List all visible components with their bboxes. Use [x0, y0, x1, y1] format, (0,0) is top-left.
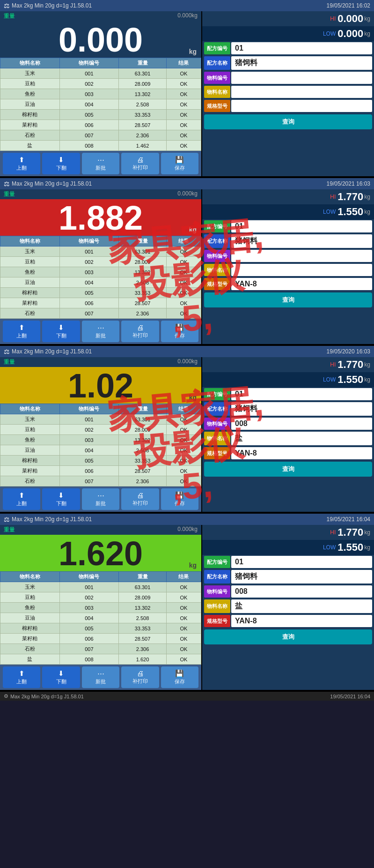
table-cell: 13.302 [119, 435, 167, 445]
btn-保存[interactable]: 💾保存 [161, 488, 198, 510]
btn-保存[interactable]: 💾保存 [161, 153, 198, 174]
query-button[interactable]: 查询 [204, 292, 372, 307]
table-row[interactable]: 豆粕00228.009OK [0, 79, 201, 89]
btn-下翻[interactable]: ⬇下翻 [42, 666, 80, 688]
btn-icon: ⬆ [19, 156, 25, 164]
btn-新批[interactable]: ⋯新批 [82, 153, 119, 174]
table-cell: 鱼粉 [0, 267, 60, 277]
table-row[interactable]: 玉米00163.301OK [0, 414, 201, 425]
btn-补打印[interactable]: 🖨补打印 [121, 321, 159, 342]
sub-weight: 0.000kg [177, 190, 198, 198]
settings-icon: ⚙ [4, 693, 8, 699]
app-container: ⚖ Max 2kg Min 20g d=1g J1.58.01 19/05/20… [0, 0, 374, 701]
table-cell: 13.302 [119, 603, 167, 613]
status-left: ⚖ Max 2kg Min 20g d=1g J1.58.01 [4, 180, 92, 187]
table-row[interactable]: 鱼粉00313.302OK [0, 89, 201, 99]
table-row[interactable]: 鱼粉00313.302OK [0, 435, 201, 445]
table-cell: 007 [59, 476, 119, 486]
btn-新批[interactable]: ⋯新批 [82, 321, 119, 342]
low-unit: kg [364, 209, 370, 215]
btn-下翻[interactable]: ⬇下翻 [42, 153, 80, 174]
btn-下翻[interactable]: ⬇下翻 [42, 321, 80, 342]
table-row[interactable]: 豆粕00228.009OK [0, 425, 201, 435]
table-row[interactable]: 豆粕00228.009OK [0, 592, 201, 603]
table-row[interactable]: 棉籽粕00533.353OK [0, 456, 201, 466]
table-row[interactable]: 石粉0072.306OK [0, 644, 201, 654]
table-row[interactable]: 鱼粉00313.302OK [0, 603, 201, 613]
table-row[interactable]: 石粉0072.306OK [0, 308, 201, 319]
table-row[interactable]: 豆油0042.508OK [0, 277, 201, 288]
table-row[interactable]: 豆粕00228.009OK [0, 257, 201, 267]
right-col: HI 1.770 kg LOW 1.550 kg 配方编号01配方名称猪饲料物料… [201, 525, 374, 690]
table-row[interactable]: 棉籽粕00533.353OK [0, 623, 201, 634]
table-row[interactable]: 盐0081.620OK [0, 654, 201, 665]
info-value: 猪饲料 [231, 402, 372, 416]
scale-icon: ⚖ [4, 180, 10, 187]
info-badge: 物料名称 [204, 599, 230, 613]
info-value: 008 [231, 585, 372, 598]
table-cell: 鱼粉 [0, 603, 60, 613]
table-row[interactable]: 盐0081.462OK [0, 141, 201, 151]
table-row[interactable]: 豆油0042.508OK [0, 445, 201, 456]
table-cell: OK [166, 120, 201, 130]
btn-label: 保存 [175, 678, 185, 685]
query-button[interactable]: 查询 [204, 114, 372, 129]
table-row[interactable]: 豆油0042.508OK [0, 613, 201, 623]
low-label: LOW [323, 376, 336, 383]
table-cell: 006 [59, 634, 119, 644]
btn-新批[interactable]: ⋯新批 [82, 488, 119, 510]
btn-icon: ⋯ [97, 156, 104, 164]
table-header: 物料名称 [0, 236, 60, 247]
btn-icon: ⬇ [58, 323, 64, 332]
table-row[interactable]: 玉米00163.301OK [0, 68, 201, 79]
query-button[interactable]: 查询 [204, 629, 372, 644]
table-row[interactable]: 石粉0072.306OK [0, 476, 201, 486]
btn-补打印[interactable]: 🖨补打印 [121, 488, 159, 510]
table-row[interactable]: 豆油0042.508OK [0, 99, 201, 110]
table-row[interactable]: 棉籽粕00533.353OK [0, 110, 201, 120]
btn-保存[interactable]: 💾保存 [161, 666, 198, 688]
table-row[interactable]: 玉米00163.301OK [0, 247, 201, 257]
table-cell: OK [166, 89, 201, 99]
table-cell: 63.301 [119, 582, 167, 592]
table-row[interactable]: 菜籽粕00628.507OK [0, 120, 201, 130]
table-cell: OK [166, 603, 201, 613]
btn-icon: ⬆ [19, 323, 25, 332]
table-row[interactable]: 玉米00163.301OK [0, 582, 201, 592]
btn-label: 下翻 [56, 500, 66, 507]
table-row[interactable]: 鱼粉00313.302OK [0, 267, 201, 277]
btn-新批[interactable]: ⋯新批 [82, 666, 119, 688]
btn-上翻[interactable]: ⬆上翻 [3, 666, 40, 688]
btn-下翻[interactable]: ⬇下翻 [42, 488, 80, 510]
material-table: 物料名称物料编号重量结果玉米00163.301OK豆粕00228.009OK鱼粉… [0, 236, 201, 319]
table-cell: 001 [59, 68, 119, 79]
btn-保存[interactable]: 💾保存 [161, 321, 198, 342]
btn-上翻[interactable]: ⬆上翻 [3, 153, 40, 174]
table-cell: 豆粕 [0, 257, 60, 267]
btn-补打印[interactable]: 🖨补打印 [121, 666, 159, 688]
panel-4: ⚖ Max 2kg Min 20g d=1g J1.58.01 19/05/20… [0, 514, 374, 690]
table-cell: 007 [59, 644, 119, 654]
table-row[interactable]: 棉籽粕00533.353OK [0, 288, 201, 298]
table-cell: 2.508 [119, 277, 167, 288]
btn-补打印[interactable]: 🖨补打印 [121, 153, 159, 174]
table-cell: 63.301 [119, 414, 167, 425]
button-bar: ⬆上翻⬇下翻⋯新批🖨补打印💾保存 [0, 151, 201, 176]
info-row-0: 配方编号01 [204, 388, 372, 400]
table-cell: 2.306 [119, 644, 167, 654]
table-row[interactable]: 菜籽粕00628.507OK [0, 634, 201, 644]
table-cell: 002 [59, 425, 119, 435]
query-button[interactable]: 查询 [204, 462, 372, 477]
btn-上翻[interactable]: ⬆上翻 [3, 488, 40, 510]
table-cell: 菜籽粕 [0, 120, 60, 130]
table-row[interactable]: 菜籽粕00628.507OK [0, 466, 201, 476]
weight-label: 重量 [4, 190, 15, 198]
info-badge: 规格型号 [204, 615, 230, 627]
info-row-2: 物料编号008 [204, 585, 372, 598]
btn-上翻[interactable]: ⬆上翻 [3, 321, 40, 342]
table-row[interactable]: 石粉0072.306OK [0, 130, 201, 141]
btn-icon: 🖨 [137, 491, 144, 499]
table-cell: 28.507 [119, 120, 167, 130]
table-cell: 004 [59, 99, 119, 110]
table-row[interactable]: 菜籽粕00628.507OK [0, 298, 201, 308]
